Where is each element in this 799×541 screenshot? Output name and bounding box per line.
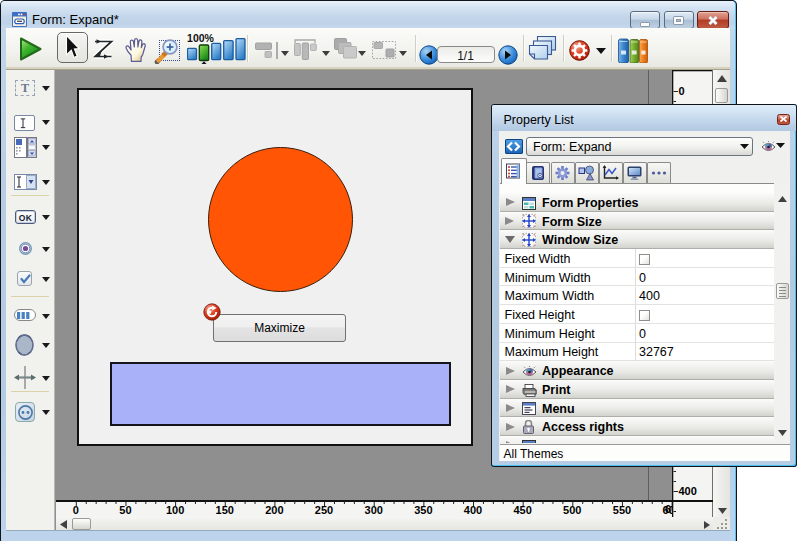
svg-text:350: 350 [414,504,432,516]
svg-text:100: 100 [166,504,184,516]
svg-text:300: 300 [365,504,383,516]
svg-text:550: 550 [613,504,631,516]
svg-text:0: 0 [679,85,685,97]
svg-text:250: 250 [315,504,333,516]
svg-text:150: 150 [216,504,234,516]
svg-text:400: 400 [464,504,482,516]
svg-text:0: 0 [73,504,79,516]
svg-text:500: 500 [563,504,581,516]
svg-text:400: 400 [679,485,697,497]
svg-text:50: 50 [119,504,131,516]
svg-text:450: 450 [513,504,531,516]
svg-text:200: 200 [265,504,283,516]
